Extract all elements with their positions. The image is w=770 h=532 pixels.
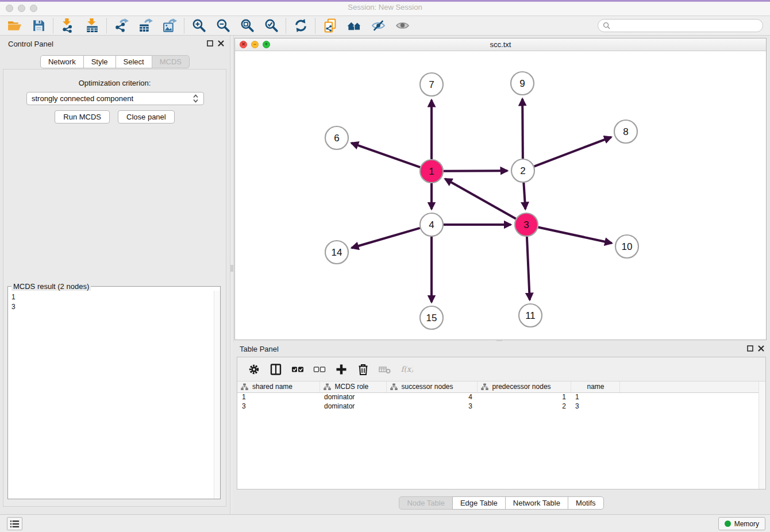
mcds-panel: Optimization criterion: strongly connect…	[3, 69, 226, 507]
zoom-selected-icon	[264, 18, 279, 33]
export-image-icon	[163, 18, 177, 33]
delete-table-icon	[379, 363, 391, 376]
column-header-predecessor-nodes[interactable]: predecessor nodes	[477, 381, 571, 392]
export-table-icon	[138, 18, 153, 33]
graph-node-label-8: 8	[623, 126, 628, 137]
network-graph[interactable]: 7968124314101511	[235, 51, 766, 340]
vertical-splitter-handle[interactable]	[230, 265, 233, 272]
refresh-view-button[interactable]	[288, 17, 313, 35]
tab-select[interactable]: Select	[116, 55, 152, 68]
duplicate-network-button[interactable]	[318, 17, 342, 35]
trash-icon	[357, 363, 369, 376]
select-all-button[interactable]	[287, 358, 309, 380]
zoom-out-button[interactable]	[211, 17, 235, 35]
graph-edge-2-3[interactable]	[523, 183, 525, 209]
zoom-in-icon	[192, 18, 206, 33]
column-header-name[interactable]: name	[571, 381, 619, 392]
table-settings-button[interactable]	[243, 358, 265, 380]
import-network-button[interactable]	[56, 17, 80, 35]
export-network-button[interactable]	[109, 17, 133, 35]
criterion-selected-value: strongly connected component	[32, 94, 133, 103]
network-canvas[interactable]: 7968124314101511	[235, 51, 766, 340]
function-builder-button[interactable]: f(x)	[396, 358, 418, 380]
show-all-button[interactable]	[390, 17, 414, 35]
criterion-select[interactable]: strongly connected component	[26, 92, 204, 105]
network-window-title: scc.txt	[235, 40, 766, 49]
node-table-container: f(x) shared name MCDS role successor nod…	[237, 357, 766, 489]
import-table-button[interactable]	[80, 17, 104, 35]
hide-selected-button[interactable]	[366, 17, 390, 35]
column-header-successor-nodes[interactable]: successor nodes	[386, 381, 477, 392]
memory-status-icon	[725, 521, 731, 527]
graph-node-label-14: 14	[332, 247, 342, 258]
close-panel-button[interactable]: Close panel	[118, 110, 175, 124]
table-scrollbar[interactable]	[759, 381, 765, 489]
node-table[interactable]: shared name MCDS role successor nodes pr…	[237, 381, 765, 411]
tab-network-table[interactable]: Network Table	[505, 496, 568, 510]
home-view-button[interactable]	[342, 17, 366, 35]
graph-edge-4-14[interactable]	[352, 228, 420, 248]
delete-column-button[interactable]	[352, 358, 374, 380]
search-input[interactable]	[598, 19, 763, 32]
function-icon: f(x)	[401, 363, 413, 376]
graph-edge-3-10[interactable]	[538, 227, 612, 243]
table-row[interactable]: 1 dominator 4 1 1	[237, 392, 765, 402]
graph-edge-1-2[interactable]	[444, 171, 507, 171]
tab-edge-table[interactable]: Edge Table	[452, 496, 506, 510]
zoom-in-button[interactable]	[187, 17, 211, 35]
gear-icon	[248, 363, 260, 376]
memory-button[interactable]: Memory	[718, 517, 765, 530]
mcds-result-title: MCDS result (2 nodes)	[11, 282, 91, 291]
plus-icon	[335, 363, 348, 376]
graph-edge-1-6[interactable]	[351, 143, 420, 167]
hierarchy-icon	[390, 383, 398, 391]
select-all-icon	[291, 363, 304, 376]
add-column-button[interactable]	[330, 358, 352, 380]
zoom-selected-button[interactable]	[259, 17, 283, 35]
table-row[interactable]: 3 dominator 3 2 3	[237, 402, 765, 411]
graph-edge-3-1[interactable]	[445, 179, 516, 218]
column-header-mcds-role[interactable]: MCDS role	[319, 381, 386, 392]
network-view-window: ✕ − + scc.txt 7968124314101511	[234, 38, 767, 340]
tab-mcds[interactable]: MCDS	[152, 55, 190, 68]
chevron-up-down-icon	[192, 94, 199, 103]
save-session-button[interactable]	[26, 17, 51, 35]
close-panel-icon[interactable]	[218, 40, 224, 47]
zoom-fit-icon	[240, 18, 255, 33]
window-title: Session: New Session	[0, 3, 770, 11]
control-panel-header: Control Panel	[0, 36, 230, 52]
graph-edge-3-11[interactable]	[527, 237, 530, 300]
task-history-button[interactable]	[7, 517, 22, 530]
export-network-icon	[114, 18, 129, 33]
zoom-fit-button[interactable]	[235, 17, 259, 35]
column-header-shared-name[interactable]: shared name	[237, 381, 319, 392]
svg-text:f(x): f(x)	[401, 365, 413, 373]
float-panel-icon[interactable]	[207, 40, 213, 47]
float-table-panel-icon[interactable]	[747, 345, 753, 352]
optimization-criterion-label: Optimization criterion:	[3, 79, 226, 87]
deselect-all-button[interactable]	[309, 358, 330, 380]
split-panel-button[interactable]	[265, 358, 287, 380]
refresh-view-icon	[294, 18, 308, 33]
save-session-icon	[32, 18, 46, 33]
graph-node-label-2: 2	[520, 165, 525, 176]
close-table-panel-icon[interactable]	[758, 345, 764, 352]
result-scrollbar[interactable]	[214, 291, 220, 499]
toolbar-separator	[286, 18, 286, 33]
zoom-out-icon	[216, 18, 230, 33]
tab-motifs[interactable]: Motifs	[568, 496, 604, 510]
graph-edge-2-8[interactable]	[534, 137, 611, 167]
delete-table-button[interactable]	[374, 358, 396, 380]
export-table-button[interactable]	[133, 17, 157, 35]
graph-edge-2-9[interactable]	[522, 99, 523, 159]
open-file-button[interactable]	[2, 17, 26, 35]
export-image-button[interactable]	[157, 17, 182, 35]
run-mcds-button[interactable]: Run MCDS	[55, 110, 110, 124]
tab-node-table[interactable]: Node Table	[399, 496, 453, 510]
graph-node-label-3: 3	[523, 219, 529, 230]
graph-node-label-7: 7	[429, 79, 434, 90]
import-table-icon	[85, 18, 99, 33]
tab-network[interactable]: Network	[40, 55, 84, 68]
tab-style[interactable]: Style	[83, 55, 116, 68]
network-window-titlebar[interactable]: ✕ − + scc.txt	[235, 38, 766, 51]
